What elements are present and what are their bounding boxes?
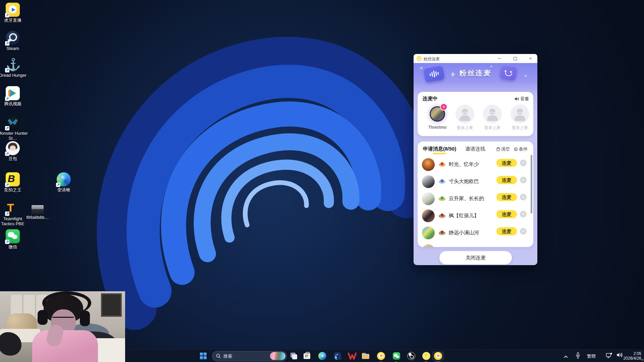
file-explorer-button[interactable] [360,351,372,361]
desktop-icon-label: Dread Hunger [0,73,29,78]
search-placeholder: 搜索 [223,353,232,359]
start-button[interactable] [197,351,209,361]
wechat-icon [392,351,401,361]
conditions-button[interactable]: 条件 [514,146,528,152]
dismiss-button[interactable]: × [520,211,527,218]
shortcut-arrow-icon: ↗ [5,13,9,17]
huya-app-button[interactable] [375,351,387,361]
tray-microphone[interactable] [576,352,580,360]
huya-owl-icon [376,351,386,361]
window-title: 粉丝连麦 [424,56,440,62]
requests-card: 申请消息(8/50) 邀请连线 清空 条件 时光、忆年少 连麦 [418,141,533,247]
dismiss-button[interactable]: × [520,160,527,166]
desktop-icon-tencent-video[interactable]: ↗ 腾讯视频 [0,86,29,106]
pinned-blue-app-button[interactable] [331,351,343,361]
requester-name: 寸头大炮欧巴 [449,178,494,185]
request-row: 时光、忆年少 连麦 × [418,156,533,173]
app-owl-icon [417,56,422,61]
tray-network[interactable] [606,352,612,360]
target-icon [514,147,518,151]
shortcut-arrow-icon: ↗ [5,126,9,130]
fan-mic-app-button[interactable] [432,351,444,361]
empty-avatar-icon [455,105,474,123]
shortcut-arrow-icon: ↗ [5,240,9,244]
remove-host-button[interactable]: × [440,103,447,111]
taskbar-search-box[interactable]: 搜索 [212,351,287,361]
ime-indicator[interactable]: 繁體 [587,353,596,359]
blue-app-icon [333,351,342,361]
wps-w-icon [348,352,357,360]
speaker-icon [616,352,623,358]
win11-bloom-graphic [84,13,423,352]
tray-volume[interactable] [616,352,623,359]
volume-label: 音量 [520,96,529,101]
speaker-icon [515,97,519,101]
close-fan-mic-button[interactable]: 关闭连麦 [439,251,512,264]
mic-slot-empty[interactable]: 暂未上麦 [479,105,506,131]
desktop-icon-dread-hunger[interactable]: ⚓↗ Dread Hunger [0,58,29,78]
tray-clock[interactable]: 2:05 2026/4/26 [624,351,641,361]
minimize-button[interactable] [497,56,502,61]
connect-button[interactable]: 连麦 [496,193,517,201]
music-note-icon: ♪ [422,351,431,361]
wps-office-button[interactable] [346,351,358,361]
desktop-icon-bianqingxi[interactable]: ↗ 变清晰 [48,172,80,192]
windows-logo-icon [200,353,207,359]
obs-studio-button[interactable] [405,351,417,361]
connect-button[interactable]: 连麦 [496,159,517,167]
volume-control[interactable]: 音量 [515,96,529,102]
chevron-up-icon [564,355,568,358]
fan-badge-icon [439,162,445,168]
desktop-icon-steam[interactable]: ↗ Steam [0,31,29,51]
connect-button[interactable]: 连麦 [496,227,517,235]
mic-slot-empty[interactable]: 暂未上麦 [506,105,534,131]
mic-slot-host[interactable]: × Threshmo [424,105,451,130]
edge-browser-button[interactable] [316,351,328,361]
connect-button[interactable]: 连麦 [496,210,517,218]
desktop-icon-label: f89a8b6b… [21,215,54,220]
desktop-icon-huya-live[interactable]: ↗ 虎牙直播 [0,3,29,23]
wechat-app-button[interactable] [390,351,402,361]
requester-name: 时光、忆年少 [449,161,494,168]
maximize-button[interactable] [512,56,518,61]
list-scrollbar-thumb[interactable] [531,155,532,214]
desktop-icon-label: 豆包 [0,156,29,161]
close-button[interactable]: × [528,56,533,61]
show-desktop-nub[interactable] [642,359,643,361]
desktop-icon-doubao[interactable]: ↗ 豆包 [0,141,29,161]
fan-badge-icon [439,213,445,219]
mic-slot-empty[interactable]: 暂未上麦 [451,105,479,131]
dismiss-button[interactable]: × [520,194,527,200]
active-tab-underline [433,153,446,154]
desktop-icon-image-file[interactable]: f89a8b6b… [21,202,54,220]
clear-label: 清空 [501,146,510,152]
bing-daily-image-button[interactable] [270,352,285,360]
microsoft-store-button[interactable] [301,351,313,361]
window-body: 粉丝连麦 连麦中 音量 × Threshmo 暂未 [414,63,537,265]
requester-avatar [422,158,435,171]
request-row: 枫【红孩儿】 连麦 × [418,207,533,225]
clear-all-button[interactable]: 清空 [496,146,510,152]
headphone-cup [80,311,90,326]
dismiss-button[interactable]: × [520,228,527,235]
music-app-button[interactable]: ♪ [420,351,432,361]
desktop-icon-monster-hunter[interactable]: ↗ Monster Hunter St… [0,116,29,141]
tab-invite-connect[interactable]: 邀请连线 [465,146,485,152]
desktop-icon-jingpai[interactable]: B↗ 竞拍之王 [0,172,29,192]
request-row: 云升家、长长的 连麦 × [418,190,533,207]
sparkle-icon [490,65,493,68]
tray-chevron-up[interactable] [564,354,568,360]
streamer-body [32,330,98,362]
picture-frame [101,293,122,317]
dismiss-button[interactable]: × [520,177,527,183]
desktop-icon-wechat[interactable]: ↗ 微信 [0,229,29,249]
empty-slot-label: 暂未上麦 [479,125,506,131]
requester-avatar [422,192,435,205]
task-view-button[interactable] [288,351,300,361]
connect-button[interactable]: 连麦 [496,176,517,184]
window-titlebar[interactable]: 粉丝连麦 × [414,54,537,63]
trash-icon [496,147,500,151]
empty-slot-label: 暂未上麦 [506,125,534,131]
tab-request-messages[interactable]: 申请消息(8/50) [423,146,456,152]
clock-time: 2:05 [624,351,641,356]
